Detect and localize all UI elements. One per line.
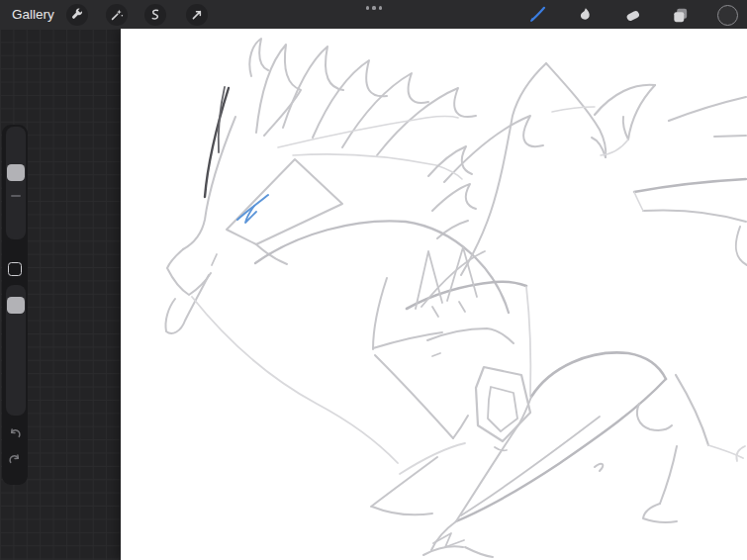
- sketch-stroke: [453, 416, 468, 438]
- sketch-stroke: [283, 47, 343, 128]
- color-circle-icon: [717, 5, 738, 26]
- sketch-stroke: [637, 404, 672, 430]
- drawing-canvas[interactable]: [121, 29, 747, 560]
- sketch-stroke: [432, 353, 440, 356]
- sketch-stroke: [375, 355, 453, 438]
- sketch-stroke: [736, 227, 747, 265]
- selection-button[interactable]: [144, 4, 166, 26]
- sketch-svg: [121, 29, 747, 560]
- sketch-stroke: [595, 85, 655, 115]
- procreate-window: Gallery: [0, 0, 747, 560]
- sketch-stroke: [546, 63, 606, 157]
- top-toolbar: Gallery: [0, 0, 747, 29]
- sketch-stroke: [552, 107, 595, 112]
- adjustments-button[interactable]: [106, 4, 128, 26]
- sketch-stroke: [433, 533, 464, 547]
- sketch-stroke: [407, 282, 526, 309]
- sketch-stroke: [432, 184, 476, 211]
- layers-button[interactable]: [669, 4, 691, 26]
- sketch-stroke: [456, 379, 666, 521]
- sketch-stroke: [219, 87, 225, 152]
- sketch-stroke: [461, 417, 600, 515]
- sketch-stroke: [676, 375, 708, 445]
- modify-button[interactable]: [8, 262, 22, 276]
- sketch-stroke: [423, 546, 463, 555]
- selection-s-icon: [147, 7, 163, 23]
- sketch-stroke: [495, 447, 507, 450]
- sketch-stroke: [736, 446, 745, 461]
- smudge-tool-button[interactable]: [574, 4, 596, 26]
- sketch-stroke: [595, 464, 603, 471]
- sketch-stroke: [459, 302, 465, 312]
- eraser-icon: [623, 6, 642, 25]
- sketch-stroke: [643, 504, 677, 522]
- sketch-stroke: [192, 297, 398, 463]
- gallery-button[interactable]: Gallery: [12, 0, 54, 29]
- sketch-stroke: [488, 387, 517, 431]
- sketch-stroke: [416, 251, 442, 309]
- color-swatch-button[interactable]: [716, 4, 738, 26]
- more-dots-icon: [366, 6, 369, 9]
- canvas-options-button[interactable]: [360, 2, 388, 14]
- undo-button[interactable]: [5, 424, 25, 444]
- sketch-stroke: [623, 85, 655, 140]
- actions-button[interactable]: [66, 4, 88, 26]
- brush-size-handle[interactable]: [7, 164, 25, 181]
- sketch-stroke: [167, 249, 211, 295]
- redo-icon: [7, 452, 23, 468]
- sketch-stroke: [278, 117, 458, 148]
- sketch-stroke: [212, 254, 217, 265]
- sketch-stroke: [372, 507, 432, 514]
- sketch-stroke: [465, 547, 493, 557]
- sketch-stroke: [373, 332, 442, 348]
- paint-tool-button[interactable]: [526, 4, 548, 26]
- sketch-stroke: [400, 443, 465, 474]
- slider-tick-mark: [11, 195, 21, 197]
- sketch-stroke: [526, 287, 530, 396]
- redo-button[interactable]: [5, 450, 25, 470]
- sketch-stroke: [461, 63, 546, 275]
- sketch-stroke: [634, 192, 643, 211]
- brush-icon: [527, 5, 547, 25]
- sketch-stroke: [531, 352, 666, 397]
- layers-icon: [671, 6, 690, 25]
- sketch-stroke: [342, 73, 428, 147]
- sketch-stroke: [432, 307, 438, 317]
- transform-button[interactable]: [186, 4, 208, 26]
- more-dots-icon: [372, 6, 375, 9]
- smudge-icon: [576, 6, 594, 24]
- sketch-stroke: [437, 221, 468, 238]
- transform-arrow-icon: [189, 7, 205, 23]
- sketch-stroke: [256, 45, 301, 136]
- sketch-stroke: [373, 278, 387, 349]
- sketch-stroke: [714, 136, 746, 137]
- erase-tool-button[interactable]: [621, 4, 643, 26]
- sketch-stroke: [660, 446, 677, 504]
- sketch-stroke: [634, 179, 746, 192]
- more-dots-icon: [379, 6, 382, 9]
- sketch-stroke: [255, 221, 509, 313]
- opacity-handle[interactable]: [7, 297, 25, 314]
- sketch-stroke: [643, 210, 746, 222]
- sketch-stroke: [249, 39, 268, 76]
- brush-size-slider[interactable]: [6, 127, 26, 239]
- sidebar: [2, 125, 28, 485]
- opacity-slider[interactable]: [6, 285, 26, 416]
- sketch-stroke: [377, 88, 476, 155]
- undo-icon: [7, 426, 23, 442]
- magic-wand-icon: [109, 7, 125, 23]
- sketch-stroke: [669, 97, 746, 121]
- wrench-icon: [69, 7, 85, 23]
- sketch-stroke: [427, 328, 514, 343]
- sketch-stroke: [371, 457, 437, 507]
